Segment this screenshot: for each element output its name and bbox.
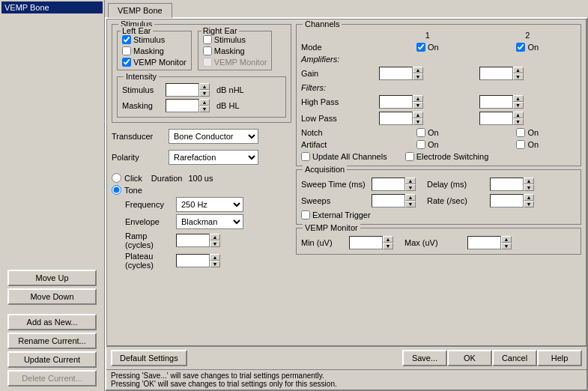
vemp-monitor-group: VEMP Monitor Min (uV) 50 ▲ ▼ [296,228,581,255]
stimulus-intensity-spinbox: 58 ▲ ▼ [166,83,214,97]
polarity-select[interactable]: Rarefaction Condensation Alternating [169,150,258,165]
max-spinbox: 70 ▲ ▼ [467,236,520,249]
update-current-button[interactable]: Update Current [7,351,97,368]
left-ear-vemp-monitor-checkbox[interactable] [122,58,131,67]
low-pass-ch2-input[interactable]: 1 kHz [479,112,513,125]
notch-ch2-on-label: On [527,128,539,137]
gain-ch2-input[interactable]: 5k [479,67,513,80]
high-pass-ch1-down[interactable]: ▼ [413,102,423,109]
gain-ch1-input[interactable]: 5k [379,67,413,80]
transducer-select[interactable]: Bone Conductor Insert Phone TDH39 [169,129,258,144]
delete-current-button[interactable]: Delete Current... [7,370,97,387]
update-all-checkbox[interactable] [301,152,310,161]
right-ear-stimulus-checkbox[interactable] [203,35,212,44]
sweeps-up[interactable]: ▲ [405,194,416,201]
sweep-time-up[interactable]: ▲ [405,178,416,184]
notch-ch2-checkbox[interactable] [516,128,525,137]
notch-ch1-checkbox[interactable] [416,128,425,137]
envelope-select[interactable]: Blackman Rectangular Hanning [176,214,243,229]
high-pass-ch2-input[interactable]: 10 Hz [479,95,513,109]
click-radio[interactable] [112,173,121,183]
low-pass-ch1-up[interactable]: ▲ [413,112,423,118]
delay-input[interactable]: -20 [490,178,524,191]
max-down[interactable]: ▼ [501,243,512,249]
external-trigger-checkbox[interactable] [301,210,310,219]
min-input[interactable]: 50 [349,236,383,249]
delay-down[interactable]: ▼ [524,184,534,191]
sweeps-down[interactable]: ▼ [405,201,416,207]
masking-intensity-down[interactable]: ▼ [199,106,210,112]
plateau-up[interactable]: ▲ [210,254,220,261]
tab-vemp-bone[interactable]: VEMP Bone [108,3,172,18]
masking-intensity-input[interactable]: 0 [166,99,199,112]
right-ear-masking-checkbox[interactable] [203,46,212,55]
plateau-input[interactable]: 0 [176,254,210,267]
stimulus-intensity-down[interactable]: ▼ [199,90,210,97]
right-ear-group: Right Ear Stimulus Masking [198,31,273,70]
update-all-label: Update All Channels [312,152,387,161]
high-pass-ch1-input[interactable]: 10 Hz [379,95,413,109]
rate-down[interactable]: ▼ [524,201,534,207]
electrode-switching-checkbox[interactable] [405,152,414,161]
stimulus-intensity-input[interactable]: 58 [166,83,199,97]
save-button[interactable]: Save... [402,350,447,366]
sweep-time-input[interactable]: 100 [372,178,405,191]
left-ear-masking-checkbox[interactable] [122,46,131,55]
high-pass-ch1-up[interactable]: ▲ [413,95,423,102]
rate-up[interactable]: ▲ [524,194,534,201]
artifact-ch2-checkbox[interactable] [516,140,525,149]
artifact-ch1-checkbox[interactable] [416,140,425,149]
high-pass-ch2-up[interactable]: ▲ [513,95,524,102]
delay-up[interactable]: ▲ [524,178,534,184]
rate-label: Rate (/sec) [427,196,487,205]
gain-ch2-down[interactable]: ▼ [513,73,524,80]
delay-spinbox: -20 ▲ ▼ [490,178,542,191]
ok-button[interactable]: OK [447,350,492,366]
mode-ch2-checkbox[interactable] [516,43,525,52]
rate-input[interactable]: 5.1 [490,194,524,207]
gain-ch1-down[interactable]: ▼ [413,73,423,80]
min-label: Min (uV) [301,238,346,247]
tone-radio[interactable] [112,185,121,195]
default-settings-button[interactable]: Default Settings [111,350,187,366]
ramp-down[interactable]: ▼ [210,240,220,247]
sweeps-label: Sweeps [301,196,369,205]
low-pass-ch2-down[interactable]: ▼ [513,118,524,125]
rate-spinbox: 5.1 ▲ ▼ [490,194,542,207]
move-down-button[interactable]: Move Down [7,288,97,305]
left-ear-stimulus-checkbox[interactable] [122,35,131,44]
tab-bar: VEMP Bone [105,0,588,17]
plateau-down[interactable]: ▼ [210,261,220,267]
min-up[interactable]: ▲ [383,236,393,243]
gain-ch1-up[interactable]: ▲ [413,67,423,73]
max-up[interactable]: ▲ [501,236,512,243]
status-bar: Pressing 'Save...' will save changes to … [106,369,587,390]
move-up-button[interactable]: Move Up [7,270,97,286]
help-button[interactable]: Help [537,350,582,366]
sweep-time-down[interactable]: ▼ [405,184,416,191]
plateau-label: Plateau (cycles) [125,252,174,270]
high-pass-ch2-down[interactable]: ▼ [513,102,524,109]
ramp-up[interactable]: ▲ [210,234,220,240]
min-down[interactable]: ▼ [383,243,393,249]
rename-current-button[interactable]: Rename Current... [7,333,97,349]
sweeps-input[interactable]: 150 [372,194,405,207]
gain-ch2-up[interactable]: ▲ [513,67,524,73]
low-pass-ch1-input[interactable]: 1 kHz [379,112,413,125]
left-ear-vemp-monitor-label: VEMP Monitor [133,58,187,67]
mode-ch1-checkbox[interactable] [416,43,425,52]
frequency-select[interactable]: 250 Hz 500 Hz 1000 Hz [176,197,243,212]
cancel-button[interactable]: Cancel [492,350,537,366]
masking-intensity-up[interactable]: ▲ [199,99,210,106]
gain-ch1-spinbox: 5k ▲ ▼ [379,67,476,80]
low-pass-ch1-down[interactable]: ▼ [413,118,423,125]
max-input[interactable]: 70 [467,236,501,249]
sidebar-item-vemp-bone[interactable]: VEMP Bone [1,1,103,13]
low-pass-ch2-up[interactable]: ▲ [513,112,524,118]
ramp-input[interactable]: 2 [176,234,210,247]
right-ear-vemp-monitor-checkbox[interactable] [203,58,212,67]
left-panel: Stimulus Left Ear Stimulus [112,24,291,341]
stimulus-intensity-up[interactable]: ▲ [199,83,210,90]
acquisition-title: Acquisition [303,165,347,174]
add-as-new-button[interactable]: Add as New... [7,314,97,330]
